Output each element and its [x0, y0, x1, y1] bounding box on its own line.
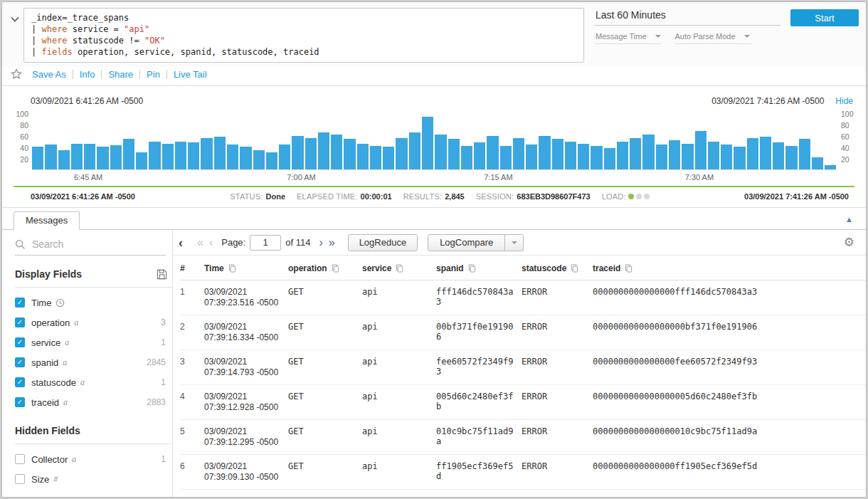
- copy-icon[interactable]: [228, 264, 236, 273]
- histogram-bar[interactable]: [84, 144, 95, 169]
- field-checkbox[interactable]: ✓: [15, 397, 25, 407]
- field-checkbox[interactable]: [15, 454, 25, 464]
- next-page-button[interactable]: ›: [316, 237, 325, 248]
- histogram-bar[interactable]: [318, 132, 329, 169]
- field-row-traceid[interactable]: ✓traceida2883: [15, 392, 171, 412]
- histogram-bar[interactable]: [552, 139, 563, 169]
- histogram-bar[interactable]: [642, 135, 654, 169]
- histogram-bar[interactable]: [344, 139, 355, 169]
- histogram-bar[interactable]: [214, 137, 226, 169]
- field-checkbox[interactable]: ✓: [15, 377, 25, 387]
- histogram-bar[interactable]: [825, 165, 836, 169]
- message-time-select[interactable]: Message Time: [594, 32, 662, 44]
- table-row[interactable]: 103/09/202107:39:23.516 -0500GETapifff14…: [180, 280, 866, 315]
- start-button[interactable]: Start: [790, 9, 859, 26]
- logcompare-button[interactable]: LogCompare: [428, 235, 504, 251]
- histogram-bar[interactable]: [812, 157, 823, 169]
- histogram-bar[interactable]: [435, 135, 446, 169]
- histogram-bar[interactable]: [71, 144, 83, 169]
- field-row-collector[interactable]: Collectora1: [15, 449, 171, 469]
- histogram-bar[interactable]: [422, 117, 433, 169]
- field-checkbox[interactable]: ✓: [15, 298, 25, 308]
- histogram-bar[interactable]: [110, 145, 122, 169]
- histogram-bar[interactable]: [149, 142, 160, 170]
- histogram-bar[interactable]: [45, 145, 56, 169]
- histogram-bar[interactable]: [565, 142, 576, 170]
- histogram-bar[interactable]: [500, 146, 512, 169]
- histogram-bar[interactable]: [721, 145, 732, 169]
- table-row[interactable]: 203/09/202107:39:16.334 -0500GETapi00bf3…: [180, 315, 866, 350]
- histogram-bar[interactable]: [487, 136, 498, 169]
- histogram-bar[interactable]: [227, 145, 238, 169]
- histogram-bar[interactable]: [682, 144, 693, 169]
- histogram-bar[interactable]: [240, 147, 251, 169]
- field-search-box[interactable]: [15, 238, 166, 256]
- field-checkbox[interactable]: ✓: [15, 357, 25, 367]
- save-as-link[interactable]: Save As: [32, 69, 66, 80]
- collapse-sidebar-chevron[interactable]: ‹: [179, 236, 183, 249]
- settings-gear-icon[interactable]: ⚙: [844, 236, 854, 248]
- collapse-panel-icon[interactable]: ▲: [845, 215, 853, 226]
- histogram-bar[interactable]: [396, 138, 407, 169]
- histogram-bar[interactable]: [695, 131, 706, 169]
- histogram-bar[interactable]: [357, 144, 369, 169]
- histogram-bar[interactable]: [305, 138, 317, 169]
- histogram-bar[interactable]: [669, 140, 680, 169]
- copy-icon[interactable]: [396, 264, 403, 273]
- previous-page-button[interactable]: ‹: [206, 237, 216, 248]
- field-row-size[interactable]: Size#: [15, 469, 171, 489]
- page-number-input[interactable]: [250, 235, 281, 251]
- copy-icon[interactable]: [468, 264, 476, 273]
- hide-histogram-link[interactable]: Hide: [835, 96, 853, 106]
- histogram-bar[interactable]: [123, 139, 134, 169]
- field-checkbox[interactable]: ✓: [15, 317, 25, 327]
- save-fields-icon[interactable]: [157, 269, 167, 280]
- histogram-bar[interactable]: [266, 152, 277, 169]
- histogram-bar[interactable]: [630, 138, 641, 169]
- histogram-bar[interactable]: [591, 146, 602, 169]
- histogram-bar[interactable]: [708, 142, 719, 170]
- histogram-bar[interactable]: [331, 135, 342, 169]
- first-page-button[interactable]: «: [194, 237, 206, 248]
- collapse-query-chevron-icon[interactable]: [6, 8, 23, 25]
- histogram-bar[interactable]: [617, 142, 628, 170]
- histogram-bar[interactable]: [409, 132, 420, 169]
- field-checkbox[interactable]: [15, 474, 25, 484]
- favorite-star-icon[interactable]: [11, 68, 22, 80]
- table-row[interactable]: 603/09/202107:39:09.130 -0500GETapiff190…: [180, 455, 866, 490]
- histogram-bar[interactable]: [734, 147, 745, 169]
- table-row[interactable]: 703/09/202107:39:08.718 -0500GETapiff5ce…: [180, 490, 866, 497]
- histogram-bar[interactable]: [383, 147, 394, 169]
- histogram-bar[interactable]: [58, 150, 70, 169]
- field-checkbox[interactable]: ✓: [15, 337, 25, 347]
- copy-icon[interactable]: [332, 264, 339, 273]
- field-row-service[interactable]: ✓servicea1: [15, 332, 171, 352]
- table-row[interactable]: 403/09/202107:39:12.928 -0500GETapi005d6…: [180, 385, 866, 420]
- histogram-bar[interactable]: [539, 136, 550, 169]
- histogram-bar[interactable]: [513, 138, 524, 169]
- field-search-input[interactable]: [32, 238, 153, 250]
- histogram-bar[interactable]: [799, 139, 810, 169]
- tab-messages[interactable]: Messages: [14, 211, 80, 230]
- histogram-bar[interactable]: [474, 142, 485, 169]
- histogram-bar[interactable]: [461, 146, 472, 169]
- histogram-bar[interactable]: [578, 144, 589, 169]
- histogram-bar[interactable]: [526, 145, 537, 169]
- histogram-bar[interactable]: [292, 136, 303, 169]
- time-range-select[interactable]: Last 60 Minutes: [594, 8, 780, 26]
- field-row-statuscode[interactable]: ✓statuscodea1: [15, 372, 171, 392]
- field-row-time[interactable]: ✓Time: [15, 293, 171, 312]
- histogram-bar[interactable]: [253, 150, 265, 169]
- field-row-operation[interactable]: ✓operationa3: [15, 312, 171, 332]
- histogram-bar[interactable]: [448, 139, 460, 169]
- histogram-bar[interactable]: [201, 138, 212, 169]
- histogram-bar[interactable]: [656, 145, 667, 169]
- field-row-spanid[interactable]: ✓spanida2845: [15, 352, 171, 372]
- histogram-bar[interactable]: [188, 142, 199, 169]
- info-link[interactable]: Info: [80, 69, 95, 80]
- copy-icon[interactable]: [571, 264, 578, 273]
- histogram-bar[interactable]: [136, 152, 147, 169]
- pin-link[interactable]: Pin: [147, 69, 160, 80]
- live-tail-link[interactable]: Live Tail: [174, 69, 207, 80]
- histogram-bar[interactable]: [279, 145, 290, 169]
